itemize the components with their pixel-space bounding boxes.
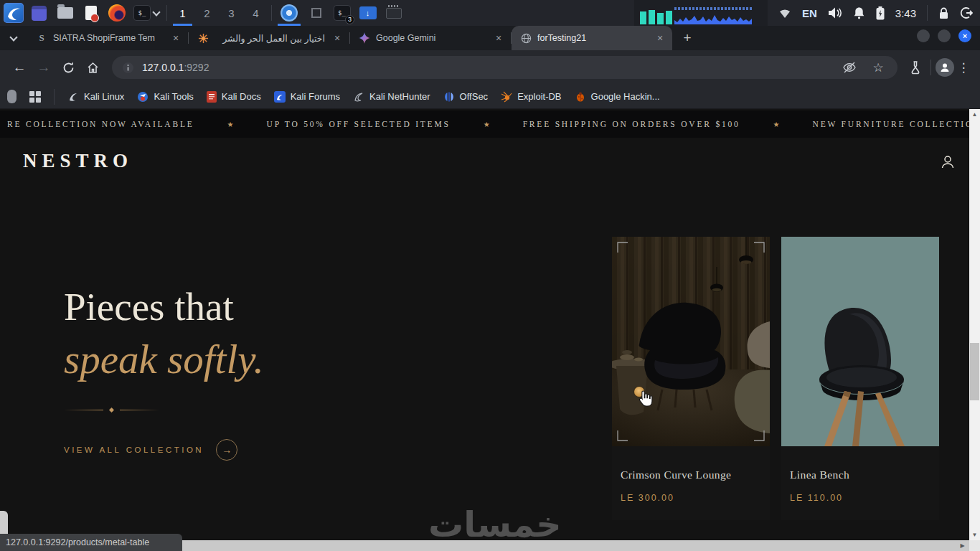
scrollbar-corner [969, 540, 980, 551]
chevron-down-icon [9, 33, 17, 41]
tab-fortesting21[interactable]: forTesting21 × [512, 26, 672, 50]
bookmark-offsec[interactable]: OffSec [443, 91, 489, 103]
volume-icon[interactable] [828, 7, 842, 19]
downloads-folder-button[interactable]: ↓ [358, 4, 377, 23]
workspace-1[interactable]: 1 [174, 0, 192, 26]
scroll-up-arrow[interactable]: ▲ [969, 109, 980, 120]
document-icon [85, 6, 97, 20]
bookmark-google-hacking[interactable]: Google Hackin... [575, 91, 660, 102]
workspace-4[interactable]: 4 [247, 0, 265, 26]
downloads-folder-icon: ↓ [359, 6, 377, 19]
profile-avatar[interactable] [936, 58, 954, 77]
tab-search-button[interactable] [0, 26, 27, 50]
cpu-bar [640, 11, 646, 24]
bookmarks-bar: Kali Linux Kali Tools Kali Docs Kali For… [0, 85, 980, 109]
divider [930, 60, 931, 75]
view-all-collection-link[interactable]: VIEW ALL COLLECTION → [64, 439, 264, 461]
divider [927, 5, 928, 21]
vertical-scrollbar-thumb[interactable] [970, 343, 979, 400]
window-app-button[interactable] [29, 4, 49, 23]
window-controls: × [917, 29, 971, 42]
screenshot-region-button[interactable] [306, 4, 326, 23]
divider [271, 5, 272, 21]
scroll-right-arrow[interactable]: ▶ [957, 540, 968, 551]
side-panel-icon[interactable] [7, 90, 17, 103]
firefox-icon [108, 4, 126, 22]
bookmark-kali-nethunter[interactable]: Kali NetHunter [353, 91, 430, 103]
tab-arabic-article[interactable]: اختيار بين العمل الحر والشر × [189, 26, 349, 50]
screenshot-tool-button[interactable] [384, 4, 403, 23]
bookmark-star-icon[interactable]: ☆ [867, 57, 889, 78]
terminal-window-button[interactable]: $_ 3 [332, 4, 352, 23]
site-logo[interactable]: NESTRO [23, 150, 133, 172]
experiments-flask-icon[interactable] [905, 57, 926, 78]
tab-siatra[interactable]: S SIATRA ShopiFrame Tem × [27, 26, 188, 50]
browser-tab-strip: S SIATRA ShopiFrame Tem × اختيار بين الع… [0, 26, 980, 50]
system-monitor-widget[interactable] [634, 0, 768, 26]
lock-screen-icon[interactable] [938, 7, 949, 19]
siatra-favicon: S [36, 32, 47, 44]
logout-power-icon[interactable] [960, 6, 973, 19]
vertical-scrollbar[interactable]: ▲ ▼ [969, 109, 980, 540]
tab-close-button[interactable]: × [169, 32, 182, 44]
chromium-taskbar-button[interactable] [278, 0, 300, 26]
site-info-icon[interactable] [121, 57, 135, 78]
url-text[interactable]: 127.0.0.1:9292 [142, 62, 209, 73]
cpu-bar [657, 13, 664, 24]
product-card-linea-bench[interactable]: Linea Bench LE 110.00 [781, 237, 939, 520]
watermark-text: خمسات [428, 504, 562, 545]
product-image-dark-lounge[interactable] [612, 237, 770, 446]
cpu-bar [666, 11, 672, 24]
bookmark-kali-tools[interactable]: Kali Tools [137, 91, 193, 103]
window-icon [32, 6, 47, 21]
arrow-circle-button[interactable]: → [216, 439, 237, 461]
new-tab-button[interactable]: + [677, 27, 698, 49]
tab-gemini[interactable]: Google Gemini × [350, 26, 511, 50]
workspace-2[interactable]: 2 [198, 0, 216, 26]
clock[interactable]: 3:43 [895, 7, 916, 19]
browser-menu-button[interactable]: ⋮ [954, 60, 973, 75]
announcement-marquee: RE COLLECTION NOW AVAILABLE ★ UP TO 50% … [0, 110, 969, 138]
bookmark-kali-forums[interactable]: Kali Forums [274, 91, 340, 103]
bookmark-kali-linux[interactable]: Kali Linux [67, 91, 124, 103]
keyboard-layout-indicator[interactable]: EN [802, 7, 817, 19]
bookmark-kali-docs[interactable]: Kali Docs [207, 91, 261, 103]
announcement-text: UP TO 50% OFF SELECTED ITEMS [267, 120, 451, 128]
hero-section: Pieces that speak softly. VIEW ALL COLLE… [64, 287, 264, 461]
kali-tools-icon [137, 91, 149, 103]
battery-icon[interactable] [876, 6, 885, 20]
bookmark-exploit-db[interactable]: Exploit-DB [501, 91, 561, 103]
forward-button[interactable]: → [32, 55, 56, 80]
scroll-down-arrow[interactable]: ▼ [969, 529, 980, 540]
product-title[interactable]: Linea Bench [790, 468, 939, 481]
terminal-launcher-button[interactable]: $_ [133, 4, 160, 23]
firefox-button[interactable] [107, 4, 126, 23]
document-app-button[interactable] [81, 4, 100, 23]
maximize-button[interactable] [938, 29, 951, 42]
minimize-button[interactable] [917, 29, 930, 42]
wifi-icon[interactable] [778, 8, 791, 19]
browser-toolbar: ← → 127.0.0.1:9292 ☆ ⋮ [0, 50, 980, 85]
product-image-black-chair[interactable] [781, 237, 939, 446]
terminal-icon: $_ [133, 5, 151, 21]
star-icon: ★ [227, 121, 234, 128]
back-button[interactable]: ← [7, 55, 32, 80]
notifications-bell-icon[interactable] [853, 6, 865, 19]
reload-button[interactable] [56, 55, 80, 80]
close-window-button[interactable]: × [958, 29, 971, 42]
apps-grid-icon[interactable] [29, 91, 41, 103]
home-button[interactable] [80, 55, 105, 80]
address-bar[interactable]: 127.0.0.1:9292 ☆ [112, 56, 897, 79]
tab-close-button[interactable]: × [654, 32, 666, 44]
nethunter-dragon-icon [353, 91, 364, 103]
file-manager-button[interactable] [55, 4, 75, 23]
workspace-3[interactable]: 3 [222, 0, 240, 26]
tab-close-button[interactable]: × [331, 32, 344, 44]
product-title[interactable]: Crimson Curve Lounge [621, 468, 770, 481]
chevron-down-icon [152, 8, 160, 16]
product-card-crimson-curve-lounge[interactable]: Crimson Curve Lounge LE 300.00 [612, 237, 770, 520]
kali-menu-button[interactable] [4, 4, 23, 23]
tab-close-button[interactable]: × [492, 32, 505, 44]
eye-off-icon[interactable] [839, 57, 860, 78]
account-icon[interactable] [939, 154, 956, 171]
